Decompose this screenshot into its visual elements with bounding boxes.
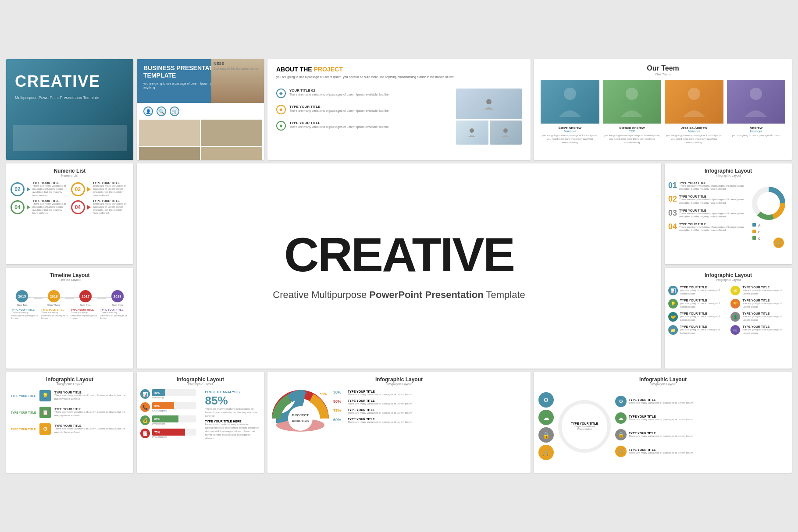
inf6-item-text-2: TYPE YOUR TITLE There are many variation… — [629, 415, 693, 421]
about-item-desc-2: There are many variations of passages of… — [289, 109, 388, 113]
inf4-bar-wrapper-3: 60% Investment — [152, 415, 196, 425]
about-item-desc-1: There are many variations of passages of… — [289, 92, 388, 96]
timeline-circle-4: 2018 — [111, 290, 124, 302]
about-img-1 — [456, 89, 522, 119]
inf6-item-desc-2: There are many variations of passages of… — [629, 418, 693, 421]
team-member-desc-2: you are going to use a passage of Lorem … — [603, 134, 662, 144]
inf6-item-3: 🔒 TYPE YOUR TITLE There are many variati… — [615, 429, 787, 440]
infographic4-right: PROJECT ANALYSIS 85% There are many vari… — [202, 388, 264, 443]
numeric-text-3: TYPE YOUR TITLE There are many variation… — [32, 199, 69, 215]
numeric-item-3: 04 TYPE YOUR TITLE There are many variat… — [11, 199, 69, 215]
svg-point-5 — [688, 88, 700, 100]
inf5-pct-1: 30% — [333, 390, 346, 394]
team-member-photo-2 — [603, 80, 662, 124]
infographic3-items: TYPE YOUR TITLE 💡 TYPE YOUR TITLE There … — [6, 388, 133, 442]
inf2-title-8: TYPE YOUR TITLE — [742, 325, 788, 328]
inf5-legend-3: 75% TYPE YOUR TITLE There are many varia… — [333, 408, 526, 414]
infographic3-title: Infographic Layout — [11, 376, 129, 383]
inf5-title-4: TYPE YOUR TITLE — [348, 418, 412, 421]
infographic1-num-2: 02 — [668, 195, 677, 203]
about-img-2 — [456, 121, 488, 145]
team-member-name-2: Stefani Andrew — [603, 126, 662, 130]
inf2-desc-2: you are going to use a passage of Lorem … — [742, 289, 788, 295]
numeric-item-title-3: TYPE YOUR TITLE — [32, 199, 69, 202]
inf4-bar-label-1: 30% — [154, 391, 160, 394]
inf4-bar-fill-2: 50% — [152, 402, 174, 409]
about-header: ABOUT THE PROJECT you are going to use a… — [267, 59, 531, 84]
team-member-4: Andrew Manager you are going to use a pa… — [727, 80, 786, 144]
inf3-item-desc-2: There are many variations of Lorem Epsom… — [54, 411, 130, 417]
inf2-item-4: 🏆 TYPE YOUR TITLE you are going to use a… — [730, 299, 788, 309]
team-title: Our Teem — [543, 64, 783, 72]
pct-label-85: 85% — [300, 391, 307, 395]
slide-center-creative: CREATIVE Creative Multipurpose PowerPoin… — [137, 163, 661, 369]
timeline-track: 2015 Step Two 2016 Step Three 2017 Step … — [6, 284, 133, 309]
slide-numeric-list: Numeric List Numeric List 02 TYPE YOUR T… — [6, 163, 133, 264]
inf2-icon-6: 💲 — [730, 312, 740, 322]
inf5-pct-2: 50% — [333, 399, 346, 404]
infographic1-item-1: 01 TYPE YOUR TITLE There are many variat… — [668, 181, 747, 191]
inf5-desc-4: There are many variations of passages of… — [348, 421, 412, 423]
inf4-bar-name-1: Marketing — [152, 396, 196, 399]
inf2-text-2: TYPE YOUR TITLE you are going to use a p… — [742, 286, 788, 295]
svg-text:C: C — [758, 237, 761, 241]
slide-infographic-5: Infographic Layout Infographic Layout PR… — [267, 372, 531, 473]
inf5-text-3: TYPE YOUR TITLE There are many variation… — [348, 408, 412, 414]
slide-infographic-6: Infographic Layout Infographic Layout ⚙ … — [534, 372, 792, 473]
inf3-item-title-2: TYPE YOUR TITLE — [54, 408, 130, 411]
numeric-item-desc-4: There are many variations of passages of… — [93, 202, 129, 215]
inf5-text-4: TYPE YOUR TITLE There are many variation… — [348, 418, 412, 423]
inf3-item-title-1: TYPE YOUR TITLE — [54, 391, 130, 394]
inf2-icon-3: 💡 — [668, 299, 678, 309]
inf6-item-icon-4: 🛒 — [615, 446, 627, 457]
slide-about: ABOUT THE PROJECT you are going to use a… — [267, 59, 531, 160]
inf4-bar-name-4: Presentation — [152, 436, 196, 438]
inf2-row-2: 💡 TYPE YOUR TITLE you are going to use a… — [668, 299, 788, 309]
inf4-bar-3: 💰 60% Investment — [140, 415, 196, 425]
numeric-header: Numeric List Numeric List — [6, 163, 133, 179]
inf2-icon-1: 📊 — [668, 286, 678, 295]
infographic1-item-desc-4: There are many variations of passages of… — [679, 226, 747, 232]
biz-grid-item-1 — [139, 120, 200, 146]
infographic1-item-desc-3: There are many variations of passages of… — [679, 212, 747, 218]
infographic4-type-title: TYPE YOUR TITLE HERE — [205, 420, 261, 423]
team-member-photo-3 — [665, 80, 723, 124]
inf3-text-3: TYPE YOUR TITLE There are many variation… — [54, 424, 130, 433]
numeric-item-title-4: TYPE YOUR TITLE — [93, 199, 129, 202]
cover-title: CREATIVE — [6, 59, 133, 93]
about-item-text-3: TYPE YOUR TITLE There are many variation… — [289, 121, 388, 129]
inf2-row-1: 📊 TYPE YOUR TITLE you are going to use a… — [668, 286, 788, 295]
infographic4-header: Infographic Layout Infographic Layout — [137, 372, 264, 388]
inf5-desc-3: There are many variations of passages of… — [348, 411, 412, 414]
numeric-text-4: TYPE YOUR TITLE There are many variation… — [93, 199, 129, 215]
inf4-bar-wrapper-1: 30% Marketing — [152, 389, 196, 399]
inf3-label-1: TYPE YOUR TITLE — [10, 394, 36, 397]
infographic4-big-pct: 85% — [205, 394, 261, 408]
inf2-icon-4: 🏆 — [730, 299, 740, 309]
inf3-icon-1: 💡 — [39, 390, 51, 401]
inf2-icon-2: ✉ — [730, 286, 740, 295]
timeline-step-2: Step Three — [47, 304, 61, 306]
team-member-role-2: CEO — [603, 130, 662, 133]
team-member-photo-4 — [727, 80, 786, 124]
infographic4-subtitle: Infographic Layout — [141, 383, 260, 386]
numeric-arrow-3 — [27, 205, 30, 209]
biz-icon-3: 🛒 — [170, 106, 179, 116]
infographic1-item-title-4: TYPE YOUR TITLE — [679, 223, 747, 226]
infographic1-num-3: 03 — [668, 209, 677, 217]
timeline-label-4: TYPE YOUR TITLE There are many variation… — [100, 309, 129, 320]
numeric-item-title-1: TYPE YOUR TITLE — [32, 181, 69, 184]
inf2-title-1: TYPE YOUR TITLE — [680, 286, 726, 289]
svg-rect-11 — [752, 223, 756, 227]
inf2-text-6: TYPE YOUR TITLE you are going to use a p… — [742, 312, 788, 321]
about-body: ◆ YOUR TITLE 02 There are many variation… — [267, 84, 531, 149]
infographic1-item-4: 04 TYPE YOUR TITLE There are many variat… — [668, 223, 747, 232]
inf2-text-7: TYPE YOUR TITLE you are going to use a p… — [680, 325, 726, 334]
timeline-header: Timeline Layout Timeline Layout — [6, 268, 133, 284]
slide-timeline: Timeline Layout Timeline Layout 2015 Ste… — [6, 268, 133, 369]
inf6-item-desc-4: There are many variations of passages of… — [629, 451, 693, 454]
biz-icon-1: 👤 — [143, 106, 153, 116]
infographic1-item-title-2: TYPE YOUR TITLE — [679, 195, 747, 198]
numeric-circle-4: 04 — [71, 200, 85, 214]
timeline-label-desc-3: There are many variations of passages of… — [71, 311, 99, 320]
